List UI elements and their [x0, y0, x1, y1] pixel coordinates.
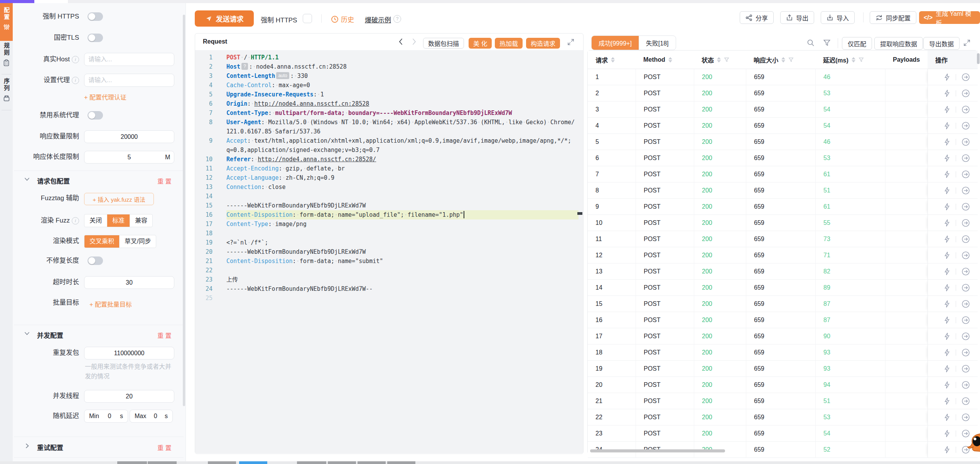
editor-line[interactable]: 5Upgrade-Insecure-Requests:·1: [195, 90, 583, 99]
construct-request-button[interactable]: 构造请求: [526, 38, 560, 49]
result-row[interactable]: 21POST20065951: [588, 393, 978, 409]
fuzz-again-icon[interactable]: [944, 89, 950, 97]
open-detail-icon[interactable]: [961, 397, 970, 405]
export-data-button[interactable]: 导出数据: [923, 37, 960, 50]
request-editor[interactable]: 1POST·/·HTTP/1.12Host?:·node4.anna.nssct…: [195, 50, 583, 453]
open-detail-icon[interactable]: [961, 186, 970, 195]
packet-scan-button[interactable]: 数据包扫描: [423, 38, 464, 49]
repeat-input[interactable]: [84, 347, 174, 359]
filter-icon[interactable]: [788, 57, 794, 62]
sort-icon[interactable]: [717, 57, 721, 62]
reset-retry-config[interactable]: 重 置: [157, 443, 171, 452]
fullscreen-icon[interactable]: [963, 39, 970, 46]
column-header[interactable]: 响应大小: [746, 51, 815, 69]
sidebar-scrollbar[interactable]: [183, 15, 185, 406]
send-request-button[interactable]: 发送请求: [195, 10, 254, 27]
reset-request-config[interactable]: 重 置: [157, 176, 171, 186]
fuzz-again-icon[interactable]: [944, 430, 950, 437]
fuzz-again-icon[interactable]: [944, 413, 950, 421]
force-https-checkbox[interactable]: [303, 14, 312, 23]
no-fix-length-toggle[interactable]: [88, 256, 103, 265]
result-row[interactable]: 14POST20065989: [588, 280, 978, 296]
batch-target-link[interactable]: + 配置批量目标: [89, 299, 132, 309]
render-fuzz-option-off[interactable]: 关闭: [84, 214, 107, 227]
render-mode-option-sync[interactable]: 草叉/同步: [119, 235, 156, 248]
open-detail-icon[interactable]: [961, 105, 970, 114]
open-detail-icon[interactable]: [961, 170, 970, 179]
fuzz-again-icon[interactable]: [944, 332, 950, 340]
editor-line[interactable]: 20------WebKitFormBoundaryNEbfb9DjLRExWd…: [195, 247, 583, 256]
horizontal-scrollbar[interactable]: [590, 449, 725, 452]
tab-success[interactable]: 成功[9999+]: [592, 36, 639, 50]
section-request-config[interactable]: 请求包配置: [37, 176, 70, 186]
fuzz-again-icon[interactable]: [944, 122, 950, 130]
editor-line[interactable]: 121.0.6167.85·Safari/537.36: [195, 127, 583, 136]
nav-back-icon[interactable]: [398, 38, 403, 45]
reset-concurrent-config[interactable]: 重 置: [157, 331, 171, 340]
export-button[interactable]: 导出: [780, 11, 814, 24]
column-header[interactable]: 延迟(ms): [815, 51, 885, 69]
threads-input[interactable]: [84, 390, 174, 403]
fuzz-again-icon[interactable]: [944, 170, 950, 178]
result-row[interactable]: 10POST20065955: [588, 215, 978, 231]
sort-icon[interactable]: [668, 57, 672, 62]
fuzz-again-icon[interactable]: [944, 381, 950, 389]
open-detail-icon[interactable]: [961, 381, 970, 389]
delay-max-input[interactable]: Max 0 s: [130, 410, 173, 423]
chevron-down-icon[interactable]: [24, 177, 30, 181]
fuzz-again-icon[interactable]: [944, 349, 950, 356]
editor-line[interactable]: 6Origin:·http://node4.anna.nssctf.cn:285…: [195, 99, 583, 108]
fuzz-again-icon[interactable]: [944, 251, 950, 259]
editor-line[interactable]: 1POST·/·HTTP/1.1: [195, 53, 583, 62]
editor-line[interactable]: 19<?=`nl·/f*`;: [195, 238, 583, 247]
open-detail-icon[interactable]: [961, 219, 970, 227]
section-retry-config[interactable]: 重试配置: [37, 442, 63, 452]
editor-line[interactable]: 24------WebKitFormBoundaryNEbfb9DjLRExWd…: [195, 284, 583, 294]
result-row[interactable]: 16POST20065987: [588, 312, 978, 328]
help-icon[interactable]: ?: [393, 15, 401, 23]
fuzz-again-icon[interactable]: [944, 138, 950, 146]
result-row[interactable]: 5POST20065946: [588, 134, 978, 150]
result-row[interactable]: 17POST20065990: [588, 328, 978, 344]
result-row[interactable]: 22POST20065953: [588, 409, 978, 425]
extract-response-button[interactable]: 提取响应数据: [874, 37, 923, 50]
chevron-down-icon[interactable]: [24, 332, 30, 336]
rail-tab-config[interactable]: 配置: [0, 3, 13, 41]
open-detail-icon[interactable]: [961, 364, 970, 373]
result-row[interactable]: 3POST20065954: [588, 101, 978, 118]
editor-line[interactable]: 17Content-Type:·image/png: [195, 219, 583, 229]
open-detail-icon[interactable]: [961, 89, 970, 98]
hot-reload-button[interactable]: 热加载: [495, 38, 523, 49]
result-row[interactable]: 19POST20065993: [588, 361, 978, 377]
editor-line[interactable]: 7Content-Type:·multipart/form-data;·boun…: [195, 108, 583, 118]
tab-fail[interactable]: 失败[18]: [639, 36, 676, 50]
blast-example-link[interactable]: 爆破示例: [365, 15, 391, 24]
rail-tab-sequence[interactable]: 序列: [0, 78, 13, 101]
only-match-button[interactable]: 仅匹配: [842, 37, 872, 50]
result-row[interactable]: 23POST20065954: [588, 425, 978, 442]
force-https-toggle[interactable]: [88, 12, 103, 21]
fuzz-again-icon[interactable]: [944, 235, 950, 243]
fuzz-again-icon[interactable]: [944, 187, 950, 194]
editor-line[interactable]: 3Content-Lengthauto:·330: [195, 71, 583, 81]
fuzz-again-icon[interactable]: [944, 284, 950, 292]
fuzz-again-icon[interactable]: [944, 203, 950, 211]
open-detail-icon[interactable]: [961, 316, 970, 324]
rail-tab-rules[interactable]: 规则: [0, 42, 13, 66]
open-detail-icon[interactable]: [961, 413, 970, 422]
search-icon[interactable]: [807, 39, 815, 47]
editor-line[interactable]: 9Accept:·text/html,application/xhtml+xml…: [195, 136, 583, 145]
result-row[interactable]: 18POST20065993: [588, 344, 978, 361]
result-row[interactable]: 11POST20065973: [588, 231, 978, 247]
editor-line[interactable]: 13Connection:·close: [195, 182, 583, 192]
render-fuzz-option-standard[interactable]: 标准: [107, 214, 130, 227]
editor-line[interactable]: q=0.8,application/signed-exchange;v=b3;q…: [195, 145, 583, 155]
editor-line[interactable]: 11Accept-Encoding:·gzip,·deflate,·br: [195, 164, 583, 173]
beautify-button[interactable]: 美 化: [469, 38, 492, 49]
column-header[interactable]: 请求: [588, 51, 636, 69]
fuzz-again-icon[interactable]: [944, 397, 950, 405]
editor-line[interactable]: 8User-Agent:·Mozilla/5.0·(Windows·NT·10.…: [195, 118, 583, 127]
result-row[interactable]: 15POST20065987: [588, 296, 978, 312]
open-detail-icon[interactable]: [961, 138, 970, 146]
fullscreen-icon[interactable]: [567, 39, 574, 46]
